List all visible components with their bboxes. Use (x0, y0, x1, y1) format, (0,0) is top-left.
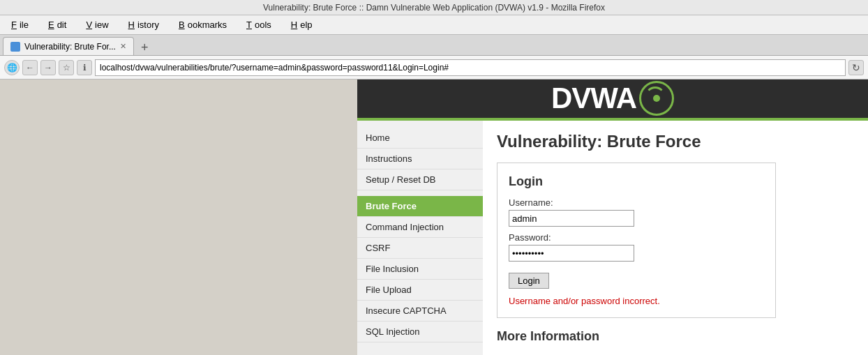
menu-bar: File Edit View History Bookmarks Tools H… (0, 15, 868, 35)
sidebar-item-file-inclusion[interactable]: File Inclusion (357, 259, 483, 280)
error-message: Username and/or password incorrect. (509, 296, 764, 306)
url-input[interactable] (95, 59, 846, 76)
login-button[interactable]: Login (509, 273, 549, 289)
sidebar-item-setup[interactable]: Setup / Reset DB (357, 169, 483, 190)
menu-tools[interactable]: Tools (241, 18, 274, 31)
tab-bar: Vulnerability: Brute For... ✕ + (0, 35, 868, 56)
tab-favicon (10, 42, 20, 52)
username-group: Username: (509, 197, 764, 227)
address-bar: 🌐 ← → ☆ ℹ ↻ (0, 56, 868, 80)
login-box: Login Username: Password: Login Username… (497, 163, 776, 318)
bookmark-button[interactable]: ☆ (59, 60, 74, 75)
sidebar-item-sql-injection[interactable]: SQL Injection (357, 322, 483, 342)
dvwa-sidebar: Home Instructions Setup / Reset DB Brute… (357, 121, 483, 355)
dvwa-header: DVWA (357, 80, 868, 118)
dvwa-main: Home Instructions Setup / Reset DB Brute… (357, 121, 868, 355)
dvwa-content: DVWA Home Instructions Setup / Reset DB … (357, 80, 868, 355)
sidebar-item-instructions[interactable]: Instructions (357, 149, 483, 169)
sidebar-divider (357, 190, 483, 196)
menu-help[interactable]: Help (285, 18, 315, 31)
dvwa-page: Vulnerability: Brute Force Login Usernam… (483, 121, 868, 355)
menu-history[interactable]: History (123, 18, 162, 31)
dvwa-logo-arc (645, 86, 666, 107)
password-input[interactable] (509, 245, 634, 262)
sidebar-item-home[interactable]: Home (357, 128, 483, 149)
browser-content: DVWA Home Instructions Setup / Reset DB … (0, 80, 868, 355)
menu-bookmarks[interactable]: Bookmarks (173, 18, 230, 31)
info-button[interactable]: ℹ (77, 60, 92, 75)
more-info-title: More Information (497, 329, 854, 344)
left-empty-area (0, 80, 357, 355)
password-label: Password: (509, 232, 764, 243)
menu-edit[interactable]: Edit (43, 18, 69, 31)
page-title: Vulnerability: Brute Force (497, 132, 854, 151)
sidebar-item-brute-force[interactable]: Brute Force (357, 196, 483, 217)
profile-icon[interactable]: 🌐 (4, 60, 20, 75)
menu-file[interactable]: File (6, 18, 31, 31)
refresh-button[interactable]: ↻ (848, 60, 864, 75)
dvwa-logo-text: DVWA (551, 82, 636, 115)
menu-view[interactable]: View (80, 18, 111, 31)
forward-button[interactable]: → (40, 60, 56, 75)
sidebar-item-insecure-captcha[interactable]: Insecure CAPTCHA (357, 301, 483, 322)
title-bar: Vulnerability: Brute Force :: Damn Vulne… (0, 0, 868, 15)
username-input[interactable] (509, 210, 634, 227)
back-button[interactable]: ← (22, 60, 38, 75)
login-title: Login (509, 174, 764, 189)
sidebar-item-csrf[interactable]: CSRF (357, 238, 483, 259)
dvwa-logo: DVWA (551, 81, 674, 116)
tab-label: Vulnerability: Brute For... (24, 42, 116, 52)
sidebar-item-command-injection[interactable]: Command Injection (357, 217, 483, 238)
new-tab-button[interactable]: + (137, 40, 153, 55)
tab-close-button[interactable]: ✕ (120, 42, 126, 51)
dvwa-logo-circle (639, 81, 674, 116)
browser-tab[interactable]: Vulnerability: Brute For... ✕ (3, 37, 134, 55)
sidebar-item-file-upload[interactable]: File Upload (357, 280, 483, 301)
window-title: Vulnerability: Brute Force :: Damn Vulne… (263, 3, 605, 13)
username-label: Username: (509, 197, 764, 208)
password-group: Password: (509, 232, 764, 262)
